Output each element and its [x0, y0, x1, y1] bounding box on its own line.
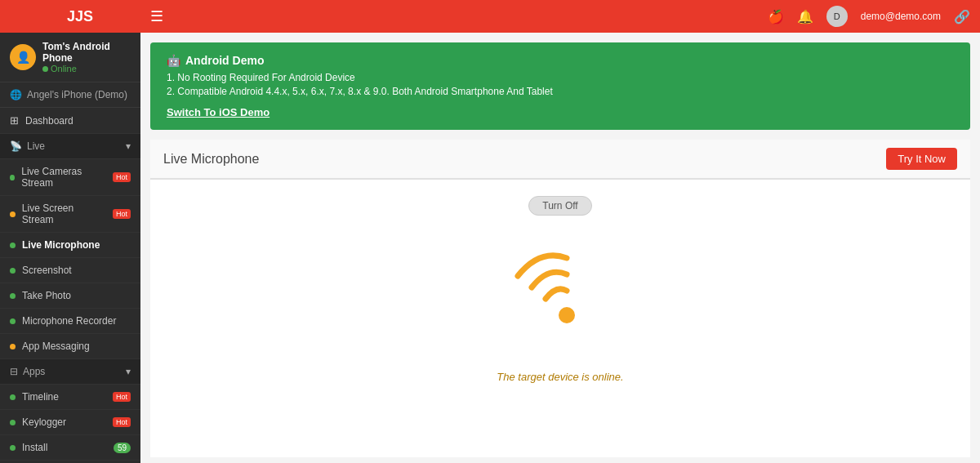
status-text: The target device is online. [497, 371, 623, 383]
broadcast-icon [503, 248, 617, 346]
status-indicator [10, 344, 16, 349]
status-indicator [10, 211, 16, 217]
sidebar-item-label: Keylogger [22, 416, 66, 428]
hot-badge: Hot [113, 392, 131, 402]
panel-title: Live Microphone [163, 152, 259, 167]
chevron-down-icon: ▾ [126, 366, 131, 377]
sidebar-item-label: Take Photo [22, 290, 71, 301]
hot-badge: Hot [113, 209, 131, 219]
sidebar-item-label: App Messaging [22, 341, 90, 352]
demo-banner: 🤖 Android Demo 1. No Rooting Required Fo… [150, 42, 970, 130]
sidebar-item-label: Microphone Recorder [22, 315, 116, 327]
sidebar-item-live-screen[interactable]: Live Screen Stream Hot [0, 196, 140, 233]
demo-banner-title: 🤖 Android Demo [167, 54, 954, 67]
sidebar-item-live-cameras[interactable]: Live Cameras Stream Hot [0, 159, 140, 196]
sidebar-item-label: Live Microphone [22, 239, 100, 251]
live-section-label: Live [27, 140, 45, 152]
apple-icon[interactable]: 🍎 [768, 9, 784, 24]
panel-body: Turn Off The target device is online. [150, 180, 970, 457]
device-status: Online [42, 64, 131, 73]
sidebar-item-app-messaging[interactable]: App Messaging [0, 334, 140, 359]
sidebar-item-take-photo[interactable]: Take Photo [0, 283, 140, 309]
sidebar-item-label: Dashboard [25, 115, 74, 127]
live-icon: 📡 [10, 140, 22, 152]
sidebar: 👤 Tom's Android Phone Online 🌐 Angel's i… [0, 33, 140, 463]
dashboard-icon: ⊞ [10, 114, 19, 127]
main-content: 🤖 Android Demo 1. No Rooting Required Fo… [140, 33, 980, 463]
navbar: JJS ☰ 🍎 🔔 D demo@demo.com 🔗 [0, 0, 980, 33]
avatar: D [826, 6, 848, 27]
status-indicator [10, 420, 16, 425]
apps-section-label: Apps [23, 366, 45, 377]
hamburger-icon[interactable]: ☰ [150, 7, 163, 25]
switch-demo-link[interactable]: Switch To iOS Demo [167, 106, 270, 118]
live-section-header[interactable]: 📡 Live ▾ [0, 134, 140, 159]
sidebar-item-mic-recorder[interactable]: Microphone Recorder [0, 309, 140, 334]
status-indicator [10, 175, 15, 180]
sidebar-item-label: Screenshot [22, 265, 72, 276]
bell-icon[interactable]: 🔔 [797, 9, 813, 24]
layout: 👤 Tom's Android Phone Online 🌐 Angel's i… [0, 33, 980, 463]
device-name: Tom's Android Phone [42, 41, 131, 64]
status-dot [42, 66, 48, 72]
navbar-brand: JJS [10, 8, 150, 25]
status-indicator [10, 293, 16, 299]
sidebar-item-keylogger[interactable]: Keylogger Hot [0, 410, 140, 435]
sidebar-item-live-microphone[interactable]: Live Microphone [0, 233, 140, 258]
android-icon: 🤖 [167, 54, 180, 67]
sidebar-item-label: Timeline [22, 391, 59, 403]
sidebar-item-install[interactable]: Install 59 [0, 435, 140, 461]
share-icon[interactable]: 🔗 [954, 9, 970, 24]
sidebar-item-timeline[interactable]: Timeline Hot [0, 385, 140, 410]
status-indicator [10, 268, 16, 274]
sidebar-item-label: Live Cameras Stream [21, 166, 106, 189]
navbar-right: 🍎 🔔 D demo@demo.com 🔗 [768, 6, 970, 27]
sidebar-item-label: Live Screen Stream [22, 203, 106, 225]
primary-device[interactable]: 👤 Tom's Android Phone Online [0, 33, 140, 82]
apps-section-header[interactable]: ⊟ Apps ▾ [0, 359, 140, 385]
demo-point-1: 1. No Rooting Required For Android Devic… [167, 72, 954, 83]
apps-icon: ⊟ [10, 366, 18, 377]
status-indicator [10, 445, 16, 451]
hot-badge: Hot [113, 417, 131, 427]
secondary-device-name: Angel's iPhone (Demo) [27, 89, 127, 100]
sidebar-item-label: Install [22, 442, 47, 453]
chevron-down-icon: ▾ [126, 140, 131, 152]
live-microphone-panel: Live Microphone Try It Now Turn Off [150, 140, 970, 457]
navbar-email: demo@demo.com [861, 11, 941, 22]
secondary-device[interactable]: 🌐 Angel's iPhone (Demo) [0, 82, 140, 108]
hot-badge: Hot [113, 172, 131, 182]
svg-point-0 [559, 307, 575, 323]
count-badge: 59 [114, 443, 131, 453]
device-avatar: 👤 [10, 44, 36, 70]
turn-off-button[interactable]: Turn Off [528, 196, 591, 216]
sidebar-item-screenshot[interactable]: Screenshot [0, 258, 140, 283]
status-indicator [10, 394, 16, 400]
try-it-now-button[interactable]: Try It Now [886, 148, 957, 170]
panel-header: Live Microphone Try It Now [150, 140, 970, 180]
status-indicator [10, 318, 16, 324]
sidebar-item-dashboard[interactable]: ⊞ Dashboard [0, 108, 140, 134]
secondary-device-icon: 🌐 [10, 89, 22, 100]
demo-point-2: 2. Compatible Android 4.4.x, 5.x, 6.x, 7… [167, 86, 954, 97]
status-indicator [10, 243, 16, 248]
